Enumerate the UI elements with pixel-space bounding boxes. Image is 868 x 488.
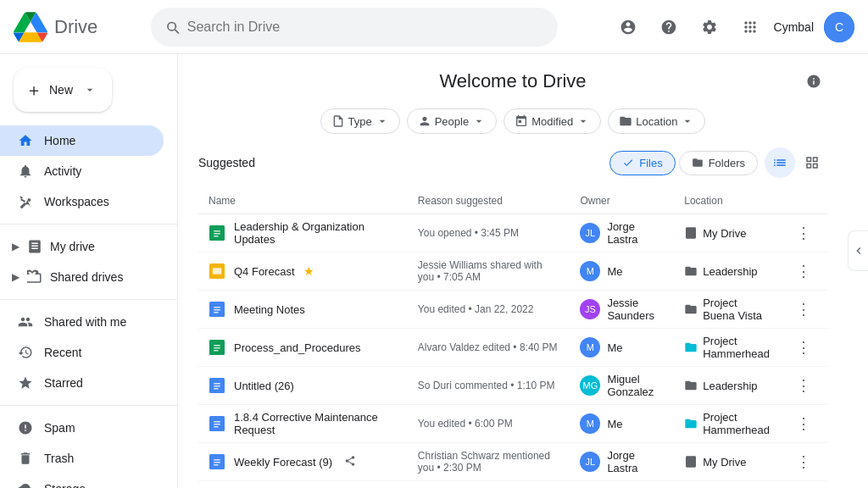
more-options-btn[interactable]: ⋮ [790, 334, 817, 361]
actions-cell: ⋮ [780, 405, 827, 443]
filter-modified-btn[interactable]: Modified [504, 108, 601, 134]
settings-icon-btn[interactable] [693, 10, 726, 44]
info-icon-btn[interactable] [800, 68, 827, 95]
sidebar-item-storage-label: Storage [44, 482, 86, 488]
location-cell: Project Buena Vista [674, 291, 780, 329]
location-icon [684, 264, 698, 278]
sidebar-item-shared-drives-label: Shared drives [50, 270, 123, 284]
table-row[interactable]: Q4 Forecast ★ Jessie Williams shared wit… [198, 252, 827, 291]
owner-avatar: M [580, 413, 600, 434]
table-row[interactable]: Untitled (26) So Duri commented • 1:10 P… [198, 367, 827, 405]
sidebar-item-starred[interactable]: Starred [0, 368, 164, 398]
owner-cell: M Me [570, 329, 674, 367]
help-icon-btn[interactable] [652, 10, 686, 44]
location-cell: Leadership [674, 252, 780, 291]
new-button[interactable]: ＋ New [14, 68, 112, 112]
starred-icon [17, 375, 34, 391]
file-name-cell: Untitled (26) [198, 367, 408, 405]
sidebar-item-spam[interactable]: Spam [0, 413, 164, 443]
welcome-title: Welcome to Drive [225, 70, 800, 92]
apps-icon-btn[interactable] [733, 10, 767, 44]
people-chevron-icon [472, 114, 486, 128]
sidebar-toggle-btn[interactable] [848, 230, 868, 271]
new-button-label: New [49, 83, 73, 97]
table-row[interactable]: 1.8.4 Corrective Maintenance Request You… [198, 405, 827, 443]
check-icon [622, 157, 634, 169]
table-row[interactable]: Leadership & Organization Updates You op… [198, 214, 827, 252]
sidebar-item-home[interactable]: Home [0, 125, 164, 156]
file-name-cell: Meeting Notes [198, 291, 408, 329]
sidebar-item-spam-label: Spam [44, 421, 75, 435]
view-grid-btn[interactable] [797, 147, 827, 178]
toggle-folders-label: Folders [709, 157, 745, 169]
more-options-btn[interactable]: ⋮ [790, 296, 817, 323]
sidebar-item-storage[interactable]: Storage [0, 474, 164, 488]
sidebar-item-activity[interactable]: Activity [0, 156, 164, 186]
share-icon [344, 455, 356, 469]
table-row[interactable]: IMG_1234.jpg You edited • Jun 7, 2022 MG… [198, 481, 827, 489]
location-cell: Project Hammerhead [674, 329, 780, 367]
table-row[interactable]: Process_and_Procedures Alvaro Valdez edi… [198, 329, 827, 367]
location-cell: Project Hammerhead [674, 405, 780, 443]
sidebar-divider-3 [0, 405, 177, 406]
more-options-btn[interactable]: ⋮ [790, 410, 817, 437]
welcome-header: Welcome to Drive [198, 68, 827, 95]
chevron-left-icon [852, 244, 865, 258]
people-filter-icon [418, 114, 431, 128]
more-options-btn[interactable]: ⋮ [790, 258, 817, 285]
filter-type-btn[interactable]: Type [320, 108, 400, 134]
drive-logo-icon [14, 12, 47, 42]
avatar[interactable]: C [824, 12, 854, 42]
location-name: Leadership [703, 380, 757, 392]
actions-cell: ⋮ [780, 291, 827, 329]
apps-icon [742, 19, 759, 36]
app-name: Drive [54, 16, 97, 38]
reason-cell: Jessie Williams shared with you • 7:05 A… [408, 252, 570, 291]
sidebar-item-my-drive[interactable]: ▶ My drive [0, 231, 177, 262]
reason-cell: So Duri commented • 1:10 PM [408, 367, 570, 405]
view-list-btn[interactable] [765, 147, 795, 178]
sidebar-item-workspaces-label: Workspaces [44, 195, 109, 208]
sidebar-item-recent[interactable]: Recent [0, 337, 164, 368]
more-options-btn[interactable]: ⋮ [790, 219, 817, 247]
file-table: Name Reason suggested Owner Location Lea… [198, 188, 827, 488]
toggle-files-btn[interactable]: Files [609, 151, 675, 175]
table-row[interactable]: Meeting Notes You edited • Jan 22, 2022 … [198, 291, 827, 329]
location-chevron-icon [681, 114, 694, 128]
search-bar[interactable] [151, 8, 558, 47]
trash-icon [17, 451, 34, 466]
face-icon-btn[interactable] [611, 10, 645, 44]
col-location: Location [674, 188, 780, 214]
view-toggle [765, 147, 827, 178]
owner-cell: MG Miguel Gonzalez [570, 367, 674, 405]
owner-cell: JS Jessie Saunders [570, 291, 674, 329]
sidebar-item-workspaces[interactable]: Workspaces [0, 186, 164, 217]
toggle-folders-btn[interactable]: Folders [679, 151, 758, 175]
owner-cell: JL Jorge Lastra [570, 214, 674, 252]
workspaces-icon [17, 194, 34, 209]
more-options-btn[interactable]: ⋮ [790, 448, 817, 475]
content-area: Welcome to Drive Type People Modified [178, 54, 848, 488]
table-row[interactable]: Weekly Forecast (9) Christian Schwarz me… [198, 443, 827, 481]
grid-view-icon [804, 155, 820, 170]
col-reason: Reason suggested [408, 188, 570, 214]
main-layout: ＋ New Home Activity Workspaces ▶ [0, 54, 868, 488]
more-options-btn[interactable]: ⋮ [790, 372, 817, 399]
owner-name: Me [607, 265, 622, 278]
file-name-cell: Weekly Forecast (9) [198, 443, 408, 481]
search-input[interactable] [187, 19, 544, 35]
reason-cell: You edited • Jun 7, 2022 [408, 481, 570, 489]
filter-location-btn[interactable]: Location [608, 108, 705, 134]
filter-people-btn[interactable]: People [407, 108, 497, 134]
star-icon: ★ [303, 264, 314, 278]
sidebar-item-home-label: Home [44, 134, 75, 147]
search-icon [164, 19, 181, 36]
file-type-icon [209, 415, 225, 432]
sidebar-item-trash[interactable]: Trash [0, 443, 164, 474]
sidebar-item-shared-drives[interactable]: ▶ Shared drives [0, 262, 177, 292]
file-type-icon [209, 225, 225, 241]
actions-cell: ⋮ [780, 367, 827, 405]
sidebar-item-shared-with-me[interactable]: Shared with me [0, 307, 164, 337]
sidebar-item-starred-label: Starred [44, 376, 83, 390]
file-type-icon [209, 301, 225, 318]
